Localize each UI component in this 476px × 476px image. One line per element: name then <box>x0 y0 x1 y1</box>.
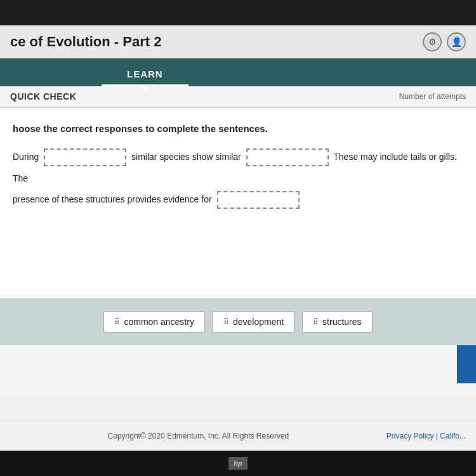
drop-box-3[interactable] <box>217 191 300 209</box>
drag-icon-1: ⠿ <box>114 317 120 326</box>
footer-separator: | <box>436 432 438 440</box>
footer: Copyright© 2020 Edmentum, Inc. All Right… <box>0 421 476 451</box>
quick-check-label: QUICK CHECK <box>10 91 76 102</box>
word-chip-label-common-ancestry: common ancestry <box>124 317 194 327</box>
drag-icon-3: ⠿ <box>313 317 319 326</box>
nav-tabs: LEARN <box>0 58 476 86</box>
title-bar: ce of Evolution - Part 2 ⚙ 👤 <box>0 25 476 58</box>
settings-icon[interactable]: ⚙ <box>423 32 442 51</box>
hp-logo: hp <box>228 457 248 470</box>
sentence-part4: presence of these structures provides ev… <box>13 194 212 204</box>
attempts-label: Number of attempts <box>399 92 466 101</box>
word-chip-label-structures: structures <box>322 317 361 327</box>
sentence-part2: similar species show similar <box>131 152 241 162</box>
drag-icon-2: ⠿ <box>223 317 229 326</box>
content-area: hoose the correct responses to complete … <box>0 108 476 298</box>
privacy-policy-link[interactable]: Privacy Policy <box>387 432 434 440</box>
word-chip-label-development: development <box>233 317 284 327</box>
word-chip-structures[interactable]: ⠿ structures <box>302 311 372 333</box>
instructions-text: hoose the correct responses to complete … <box>13 123 463 134</box>
sentence-part1: During <box>13 152 39 162</box>
title-icons: ⚙ 👤 <box>423 32 466 51</box>
copyright-text: Copyright© 2020 Edmentum, Inc. All Right… <box>10 432 387 440</box>
user-icon[interactable]: 👤 <box>447 32 466 51</box>
california-link[interactable]: Califo... <box>440 432 466 440</box>
taskbar: hp <box>0 451 476 476</box>
drop-box-1[interactable] <box>44 149 126 166</box>
tab-learn[interactable]: LEARN <box>102 63 188 86</box>
quick-check-bar: QUICK CHECK Number of attempts <box>0 86 476 108</box>
drop-box-2[interactable] <box>246 149 329 166</box>
page-title: ce of Evolution - Part 2 <box>10 34 161 50</box>
word-chip-common-ancestry[interactable]: ⠿ common ancestry <box>103 311 204 333</box>
word-bank: ⠿ common ancestry ⠿ development ⠿ struct… <box>0 298 476 345</box>
footer-links[interactable]: Privacy Policy | Califo... <box>387 432 466 440</box>
side-blue-button[interactable] <box>457 345 476 383</box>
sentence-area: During similar species show similar Thes… <box>13 147 463 211</box>
word-chip-development[interactable]: ⠿ development <box>213 311 294 333</box>
